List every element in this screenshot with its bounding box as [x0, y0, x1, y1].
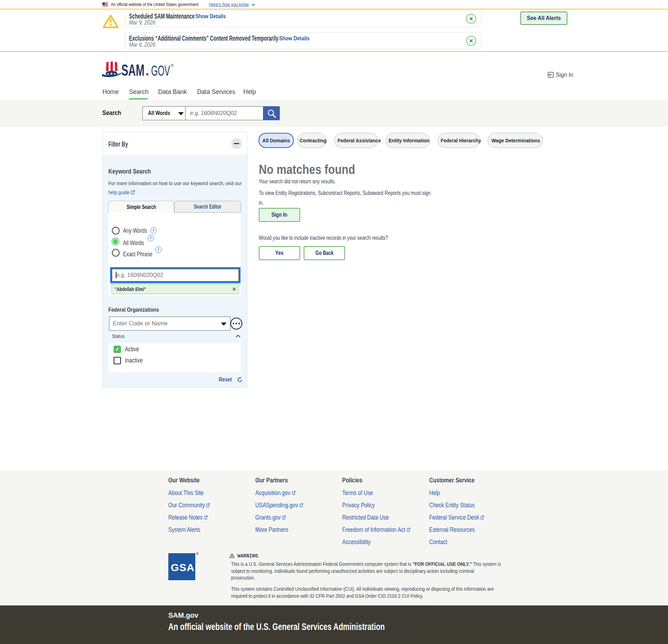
svg-text:SAM: SAM	[121, 61, 144, 79]
svg-text:GOV: GOV	[151, 62, 170, 79]
svg-text:®: ®	[171, 63, 174, 67]
